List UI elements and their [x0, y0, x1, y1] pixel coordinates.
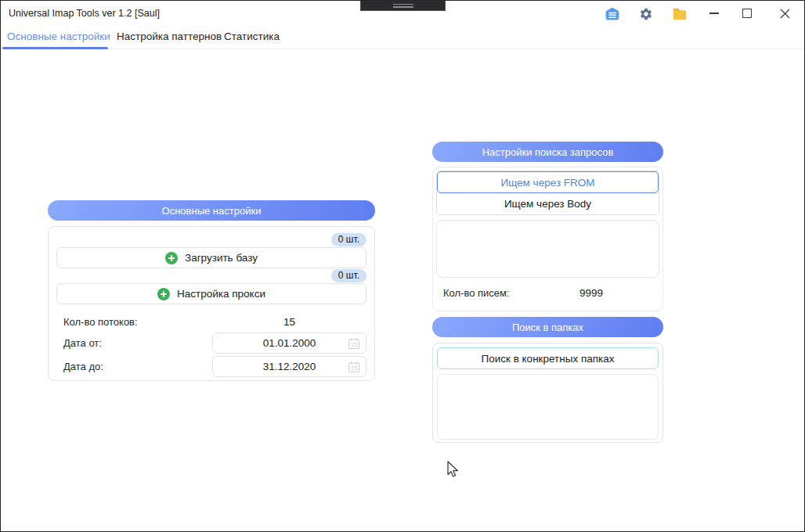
- calendar-icon: 15: [348, 361, 360, 373]
- search-query-textarea[interactable]: [436, 220, 659, 278]
- proxy-settings-button[interactable]: Настройка прокси: [56, 283, 366, 304]
- tab-statistics[interactable]: Статистика: [224, 26, 280, 49]
- proxy-settings-button-label: Настройка прокси: [177, 288, 265, 300]
- search-mode-toggle: Ищем через FROM Ищем через Body: [436, 171, 659, 215]
- active-tab-underline: [2, 47, 108, 49]
- main-settings-card: 0 шт. Загрузить базу 0 шт. Настройка про…: [48, 226, 375, 381]
- tab-main-settings[interactable]: Основные настройки: [7, 26, 110, 49]
- minimize-icon: [709, 13, 719, 13]
- threads-row: Кол-во потоков: 15: [56, 314, 366, 329]
- snap-widget-handle-line: [393, 6, 413, 8]
- proxy-count-badge-row: 0 шт.: [56, 269, 366, 282]
- search-settings-header: Настройки поиска запросов: [432, 142, 663, 162]
- app-window: Universal Imap Tools ver 1.2 [Saul]: [0, 0, 805, 532]
- base-count-badge-row: 0 шт.: [56, 233, 366, 246]
- date-from-label: Дата от:: [63, 337, 212, 349]
- folder-icon[interactable]: [672, 6, 688, 22]
- search-body-button[interactable]: Ищем через Body: [437, 193, 659, 214]
- search-from-button[interactable]: Ищем через FROM: [437, 171, 659, 193]
- base-count-badge: 0 шт.: [331, 233, 366, 246]
- tab-patterns[interactable]: Настройка паттернов: [117, 26, 222, 49]
- titlebar: Universal Imap Tools ver 1.2 [Saul]: [1, 1, 804, 26]
- specific-folders-button[interactable]: Поиск в конкретных папках: [437, 347, 659, 369]
- mouse-cursor: [446, 461, 461, 480]
- folder-icon-glyph: [672, 7, 688, 21]
- date-to-value: 31.12.2020: [263, 361, 316, 372]
- proxy-count-badge: 0 шт.: [331, 269, 366, 282]
- window-title: Universal Imap Tools ver 1.2 [Saul]: [9, 1, 160, 26]
- tab-bar: Основные настройки Настройка паттернов С…: [1, 26, 804, 49]
- threads-count-field[interactable]: 15: [212, 316, 366, 328]
- letters-count-field[interactable]: 9999: [532, 287, 650, 299]
- snap-widget[interactable]: [360, 1, 446, 11]
- gear-icon-glyph: [639, 7, 653, 21]
- mail-icon-glyph: [605, 6, 620, 22]
- date-from-input[interactable]: 01.01.2000 15: [212, 332, 366, 354]
- search-settings-card: Ищем через FROM Ищем через Body Кол-во п…: [432, 167, 663, 311]
- load-base-button[interactable]: Загрузить базу: [56, 247, 366, 268]
- load-base-button-label: Загрузить базу: [185, 252, 258, 264]
- close-icon: [780, 9, 790, 19]
- plus-icon: [157, 288, 170, 300]
- maximize-button[interactable]: [738, 5, 756, 21]
- minimize-button[interactable]: [706, 5, 723, 21]
- date-to-label: Дата до:: [63, 361, 212, 372]
- date-from-value: 01.01.2000: [263, 337, 316, 349]
- close-button[interactable]: [776, 5, 793, 21]
- svg-text:15: 15: [351, 365, 357, 371]
- date-from-row: Дата от: 01.01.2000 15: [56, 332, 366, 354]
- letters-count-label: Кол-во писем:: [443, 287, 532, 299]
- plus-icon: [165, 252, 178, 264]
- date-to-row: Дата до: 31.12.2020 15: [56, 356, 366, 377]
- folder-search-header: Поиск в папках: [432, 317, 663, 337]
- snap-widget-handle-line: [393, 4, 413, 5]
- gear-icon[interactable]: [638, 6, 654, 22]
- folder-search-card: Поиск в конкретных папках: [432, 343, 663, 443]
- calendar-icon: 15: [348, 337, 360, 350]
- folders-list-box[interactable]: [437, 374, 659, 440]
- svg-text:15: 15: [351, 342, 357, 347]
- date-to-input[interactable]: 31.12.2020 15: [212, 356, 366, 377]
- letters-count-row: Кол-во писем: 9999: [436, 278, 659, 307]
- threads-label: Кол-во потоков:: [63, 316, 212, 328]
- maximize-icon: [742, 9, 752, 18]
- mail-icon[interactable]: [605, 6, 620, 22]
- main-settings-header: Основные настройки: [48, 200, 375, 221]
